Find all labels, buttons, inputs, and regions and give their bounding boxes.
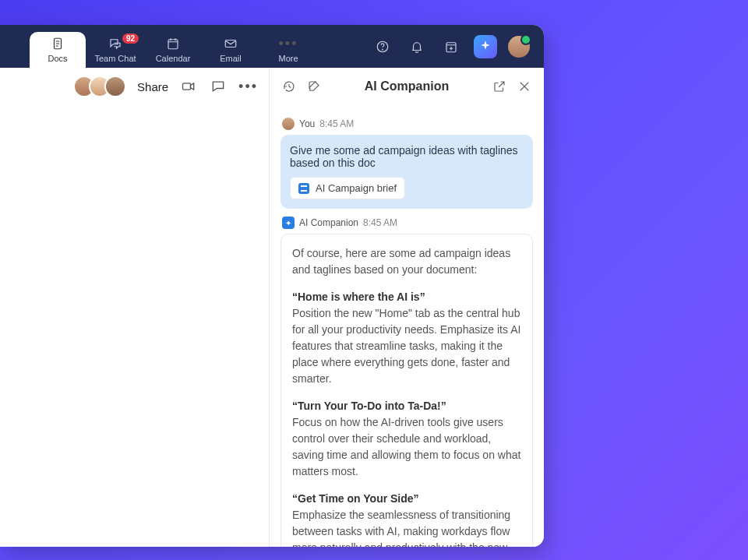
collaborators[interactable] bbox=[73, 76, 126, 97]
idea-title: “Home is where the AI is” bbox=[292, 291, 425, 303]
user-msg-meta: You 8:45 AM bbox=[282, 118, 533, 130]
ai-title: AI Companion bbox=[330, 79, 483, 93]
chip-label: AI Campaign brief bbox=[316, 182, 397, 194]
ai-body: You 8:45 AM Give me some ad campaign ide… bbox=[270, 105, 544, 547]
close-icon[interactable] bbox=[516, 78, 533, 95]
ai-avatar-icon bbox=[282, 217, 295, 229]
nav-tab-calendar[interactable]: Calendar bbox=[145, 32, 201, 68]
chat-icon bbox=[108, 37, 122, 51]
user-message-text: Give me some ad campaign ideas with tagl… bbox=[290, 144, 524, 169]
new-chat-icon[interactable] bbox=[305, 78, 323, 95]
svg-point-10 bbox=[383, 49, 383, 50]
svg-rect-4 bbox=[168, 40, 178, 49]
doc-pane: Share ••• ur document: y needs. Emphasiz… bbox=[0, 68, 270, 547]
ai-companion-pane: AI Companion You 8:45 AM Give me some ad… bbox=[270, 68, 544, 547]
schedule-button[interactable] bbox=[439, 35, 463, 58]
doc-text: ur document: bbox=[0, 146, 265, 162]
ai-intro: Of course, here are some ad campaign ide… bbox=[292, 245, 521, 278]
ai-companion-button[interactable] bbox=[474, 35, 497, 58]
idea-title: “Turn Your To-Do into Ta-Da!” bbox=[292, 400, 446, 412]
ai-time: 8:45 AM bbox=[363, 217, 397, 228]
nav-tabs: Docs 92 Team Chat Calendar Email bbox=[6, 25, 316, 68]
user-time: 8:45 AM bbox=[319, 118, 354, 129]
idea-title: “Get Time on Your Side” bbox=[292, 492, 419, 505]
nav-tab-more[interactable]: ••• More bbox=[260, 32, 316, 68]
ai-msg-meta: AI Companion 8:45 AM bbox=[282, 217, 533, 229]
idea-body: Emphasize the seamlessness of transition… bbox=[292, 509, 510, 547]
app-window: Docs 92 Team Chat Calendar Email bbox=[0, 25, 544, 547]
nav-label: Email bbox=[220, 54, 242, 63]
user-avatar-icon bbox=[282, 118, 295, 130]
help-button[interactable] bbox=[371, 35, 394, 58]
attached-doc-chip[interactable]: AI Campaign brief bbox=[290, 177, 405, 199]
svg-rect-15 bbox=[183, 83, 191, 90]
topbar-right bbox=[371, 35, 538, 58]
ai-header: AI Companion bbox=[270, 68, 544, 105]
doc-content: ur document: y needs. Emphasize its AI e… bbox=[0, 146, 265, 240]
doc-icon bbox=[51, 37, 65, 51]
user-name: You bbox=[299, 118, 315, 129]
idea-body: Focus on how the AI-driven tools give us… bbox=[292, 416, 520, 477]
doc-icon bbox=[298, 183, 309, 194]
svg-rect-8 bbox=[225, 41, 236, 48]
avatar bbox=[104, 76, 126, 97]
nav-label: Docs bbox=[48, 54, 67, 63]
popout-icon[interactable] bbox=[491, 78, 508, 95]
share-button[interactable]: Share bbox=[137, 80, 168, 93]
user-message: Give me some ad campaign ideas with tagl… bbox=[280, 135, 533, 209]
comment-icon[interactable] bbox=[209, 77, 228, 96]
more-icon: ••• bbox=[281, 37, 295, 51]
nav-label: Calendar bbox=[156, 54, 191, 63]
ai-name: AI Companion bbox=[299, 217, 358, 228]
email-icon bbox=[224, 37, 238, 51]
nav-label: More bbox=[278, 54, 298, 63]
badge-count: 92 bbox=[122, 33, 139, 44]
nav-tab-email[interactable]: Email bbox=[203, 32, 259, 68]
topbar: Docs 92 Team Chat Calendar Email bbox=[0, 25, 544, 68]
profile-avatar[interactable] bbox=[508, 36, 530, 58]
nav-tab-home[interactable] bbox=[12, 32, 28, 68]
doc-toolbar: Share ••• bbox=[0, 68, 269, 105]
video-icon[interactable] bbox=[179, 77, 198, 96]
notifications-button[interactable] bbox=[405, 35, 429, 58]
idea-body: Position the new "Home" tab as the centr… bbox=[292, 307, 520, 385]
home-icon bbox=[13, 43, 27, 57]
calendar-icon bbox=[166, 37, 180, 51]
nav-tab-docs[interactable]: Docs bbox=[30, 32, 86, 68]
nav-label: Team Chat bbox=[94, 54, 136, 63]
nav-tab-team-chat[interactable]: 92 Team Chat bbox=[87, 32, 143, 68]
ai-message: Of course, here are some ad campaign ide… bbox=[280, 234, 533, 547]
history-icon[interactable] bbox=[280, 78, 298, 95]
